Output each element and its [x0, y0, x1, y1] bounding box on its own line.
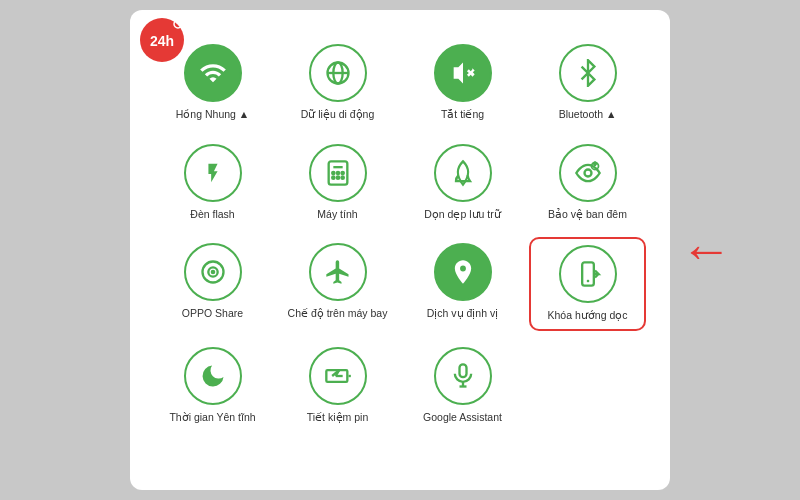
data-icon: [309, 44, 367, 102]
svg-point-26: [211, 271, 213, 273]
svg-point-19: [341, 176, 343, 178]
svg-text:24h: 24h: [150, 33, 174, 49]
assistant-label: Google Assistant: [423, 411, 502, 425]
airplane-label: Chế độ trên máy bay: [288, 307, 388, 321]
quiet-label: Thời gian Yên tĩnh: [169, 411, 255, 425]
data-label: Dữ liệu di động: [301, 108, 375, 122]
svg-point-20: [584, 169, 591, 176]
eyecomfort-label: Bảo vệ ban đêm: [548, 208, 627, 222]
tile-flash[interactable]: Đèn flash: [154, 138, 271, 228]
oppo-icon: [184, 243, 242, 301]
tile-grid: Hồng Nhung ▲ Dữ liệu di động Tắt tiếng B…: [154, 38, 646, 431]
sound-icon: [434, 44, 492, 102]
tile-airplane[interactable]: Chế độ trên máy bay: [279, 237, 396, 331]
wifi-icon: [184, 44, 242, 102]
assistant-icon: [434, 347, 492, 405]
eyecomfort-icon: [559, 144, 617, 202]
tile-calc[interactable]: Máy tính: [279, 138, 396, 228]
tile-oppo[interactable]: OPPO Share: [154, 237, 271, 331]
location-icon: [434, 243, 492, 301]
calc-icon: [309, 144, 367, 202]
tile-data[interactable]: Dữ liệu di động: [279, 38, 396, 128]
oppo-label: OPPO Share: [182, 307, 243, 321]
rotation-icon: [559, 245, 617, 303]
tile-sound[interactable]: Tắt tiếng: [404, 38, 521, 128]
svg-point-15: [332, 176, 334, 178]
svg-point-13: [341, 171, 343, 173]
svg-point-17: [336, 176, 338, 178]
wifi-label: Hồng Nhung ▲: [176, 108, 249, 122]
phone-panel: 24h Hồng Nhung ▲ Dữ liệu di động Tắt tiế…: [130, 10, 670, 490]
bluetooth-label: Bluetooth ▲: [559, 108, 617, 122]
flash-icon: [184, 144, 242, 202]
rotation-label: Khóa hướng dọc: [548, 309, 628, 323]
airplane-icon: [309, 243, 367, 301]
clean-label: Dọn dẹp lưu trữ: [424, 208, 500, 222]
sound-label: Tắt tiếng: [441, 108, 484, 122]
location-label: Dịch vụ định vị: [427, 307, 498, 321]
svg-point-11: [336, 171, 338, 173]
tile-battery[interactable]: Tiết kiệm pin: [279, 341, 396, 431]
svg-rect-34: [459, 364, 466, 377]
tile-assistant[interactable]: Google Assistant: [404, 341, 521, 431]
tile-rotation[interactable]: Khóa hướng dọc: [529, 237, 646, 331]
tile-clean[interactable]: Dọn dẹp lưu trữ: [404, 138, 521, 228]
tile-location[interactable]: Dịch vụ định vị: [404, 237, 521, 331]
flash-label: Đèn flash: [190, 208, 234, 222]
svg-point-9: [332, 171, 334, 173]
clean-icon: [434, 144, 492, 202]
tile-quiet[interactable]: Thời gian Yên tĩnh: [154, 341, 271, 431]
logo: 24h: [140, 18, 184, 62]
bluetooth-icon: [559, 44, 617, 102]
tile-eyecomfort[interactable]: Bảo vệ ban đêm: [529, 138, 646, 228]
tile-bluetooth[interactable]: Bluetooth ▲: [529, 38, 646, 128]
calc-label: Máy tính: [317, 208, 357, 222]
battery-label: Tiết kiệm pin: [307, 411, 368, 425]
quiet-icon: [184, 347, 242, 405]
arrow-indicator: ←: [680, 224, 732, 276]
battery-icon: [309, 347, 367, 405]
